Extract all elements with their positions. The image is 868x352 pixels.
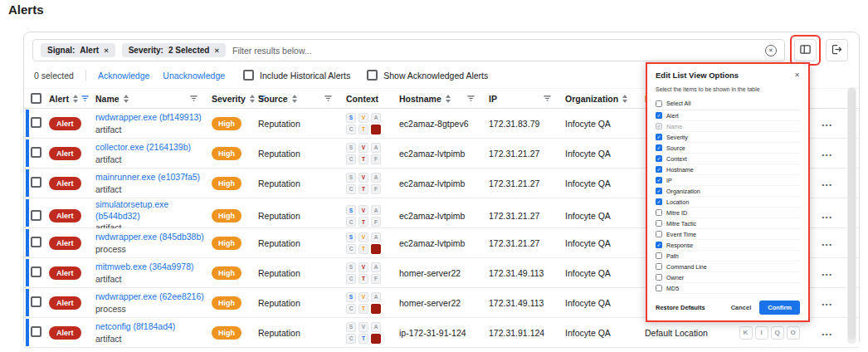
column-filter-icon[interactable]	[466, 94, 475, 103]
select-all-rows-checkbox[interactable]	[31, 93, 41, 104]
filter-chip-severity[interactable]: Severity:2 Selected×	[122, 43, 226, 57]
popup-checkbox-icon[interactable]	[656, 285, 662, 291]
active-filter-icon[interactable]	[80, 94, 90, 103]
response-button-k[interactable]: K	[739, 326, 753, 340]
more-options-icon[interactable]: •••	[822, 213, 833, 221]
popup-item-command-line[interactable]: Command Line	[656, 262, 800, 272]
popup-item-location[interactable]: ✓Location	[656, 197, 800, 208]
popup-checkbox-icon[interactable]: ✓	[656, 112, 662, 119]
alert-name-link[interactable]: rwdwrapper.exe (bf149913)	[95, 111, 208, 123]
name-cell: mainrunner.exe (e1037fa5)artifact	[95, 171, 212, 194]
sort-icon[interactable]	[250, 95, 255, 103]
popup-item-select-all[interactable]: Select All	[656, 97, 800, 110]
more-options-icon[interactable]: •••	[822, 121, 833, 129]
popup-item-md5[interactable]: MD5	[656, 283, 800, 294]
alert-name-link[interactable]: simulatorsetup.exe (b544bd32)	[95, 198, 208, 222]
column-filter-icon[interactable]	[324, 94, 333, 103]
response-button-q[interactable]: Q	[771, 326, 784, 340]
more-options-icon[interactable]: •••	[822, 151, 833, 159]
sort-icon[interactable]	[124, 95, 129, 103]
table-row[interactable]: Alertnetconfig (8f184ad4)artifactHighRep…	[24, 318, 859, 348]
popup-checkbox-icon[interactable]	[656, 263, 662, 270]
popup-item-mitre-tactic[interactable]: Mitre Tactic	[656, 218, 800, 229]
response-button-i[interactable]: I	[755, 326, 768, 340]
popup-checkbox-icon[interactable]	[656, 252, 662, 259]
more-options-icon[interactable]: •••	[822, 241, 833, 248]
sort-icon[interactable]	[622, 95, 627, 103]
show-acknowledged-alerts-checkbox[interactable]: Show Acknowledged Alerts	[367, 70, 488, 81]
scrollbar-thumb[interactable]	[848, 88, 856, 340]
sort-icon[interactable]	[292, 95, 297, 103]
row-checkbox[interactable]	[31, 210, 41, 221]
export-button[interactable]	[826, 39, 848, 61]
popup-item-source[interactable]: ✓Source	[656, 143, 800, 154]
toolbar-action-acknowledge[interactable]: Acknowledge	[98, 71, 149, 81]
popup-checkbox-icon[interactable]: ✓	[656, 144, 662, 151]
popup-item-severity[interactable]: ✓Severity	[656, 132, 800, 143]
cancel-button[interactable]: Cancel	[731, 304, 752, 311]
popup-item-ip[interactable]: ✓IP	[656, 175, 800, 186]
popup-item-response[interactable]: ✓Response	[656, 240, 800, 251]
checkbox-icon[interactable]	[367, 70, 378, 81]
alert-name-link[interactable]: rwdwrapper.exe (845db38b)	[95, 231, 208, 242]
popup-item-event-time[interactable]: Event Time	[656, 229, 800, 240]
column-filter-icon[interactable]	[189, 94, 198, 103]
alert-name-link[interactable]: mainrunner.exe (e1037fa5)	[95, 171, 208, 183]
row-checkbox[interactable]	[31, 117, 41, 128]
row-checkbox[interactable]	[31, 266, 41, 277]
more-options-icon[interactable]: •••	[822, 301, 833, 308]
popup-checkbox-icon[interactable]: ✓	[656, 166, 662, 173]
popup-checkbox-icon[interactable]	[656, 100, 662, 107]
popup-checkbox-icon[interactable]: ✓	[656, 188, 662, 194]
popup-checkbox-icon[interactable]	[656, 231, 662, 237]
alert-name-link[interactable]: netconfig (8f184ad4)	[95, 320, 208, 332]
context-badges: SVACT	[346, 292, 382, 314]
popup-checkbox-icon[interactable]: ✓	[656, 134, 662, 140]
restore-defaults-button[interactable]: Restore Defaults	[656, 304, 705, 311]
response-button-o[interactable]: O	[787, 326, 800, 340]
popup-checkbox-icon[interactable]: ✓	[656, 242, 662, 248]
row-checkbox[interactable]	[31, 237, 41, 247]
close-icon[interactable]: ✕	[794, 71, 800, 79]
sort-icon[interactable]	[73, 95, 78, 103]
confirm-button[interactable]: Confirm	[759, 301, 800, 315]
checkbox-icon[interactable]	[243, 70, 254, 81]
popup-item-context[interactable]: ✓Context	[656, 154, 800, 164]
popup-checkbox-icon[interactable]: ✓	[656, 155, 662, 162]
popup-item-hostname[interactable]: ✓Hostname	[656, 164, 800, 175]
remove-chip-icon[interactable]: ×	[104, 46, 109, 55]
table-scrollbar[interactable]	[847, 87, 856, 344]
popup-checkbox-icon[interactable]	[656, 209, 662, 216]
row-checkbox[interactable]	[31, 326, 41, 337]
popup-checkbox-icon[interactable]: ✓	[656, 177, 662, 183]
filter-chip-signal[interactable]: Signal:Alert×	[41, 43, 115, 57]
filter-input[interactable]: Signal:Alert×Severity:2 Selected× Filter…	[32, 39, 785, 61]
row-checkbox[interactable]	[31, 147, 41, 158]
popup-checkbox-icon[interactable]	[656, 274, 662, 281]
alert-name-link[interactable]: mitmweb.exe (364a9978)	[95, 261, 208, 272]
row-checkbox[interactable]	[31, 177, 41, 188]
context-badge-a: A	[371, 262, 381, 272]
sort-icon[interactable]	[446, 95, 451, 103]
popup-item-path[interactable]: Path	[656, 251, 800, 262]
more-options-icon[interactable]: •••	[822, 181, 833, 188]
context-cell: SVACT	[346, 322, 399, 344]
popup-item-owner[interactable]: Owner	[656, 272, 800, 283]
edit-columns-button[interactable]	[794, 39, 817, 61]
popup-checkbox-icon[interactable]	[656, 220, 662, 227]
alert-name-link[interactable]: rwdwrapper.exe (62ee8216)	[95, 291, 208, 302]
column-filter-icon[interactable]	[543, 94, 552, 103]
toolbar-action-unacknowledge[interactable]: Unacknowledge	[163, 71, 225, 81]
alert-name-link[interactable]: collector.exe (2164139b)	[95, 141, 208, 153]
clear-filters-icon[interactable]: ✕	[765, 45, 777, 56]
popup-item-mitre-id[interactable]: Mitre ID	[656, 208, 800, 218]
popup-item-alert[interactable]: ✓Alert	[656, 110, 800, 121]
popup-checkbox-icon[interactable]: ✓	[656, 123, 662, 130]
more-options-icon[interactable]: •••	[822, 330, 833, 338]
remove-chip-icon[interactable]: ×	[214, 46, 219, 55]
popup-item-organization[interactable]: ✓Organization	[656, 186, 800, 197]
popup-checkbox-icon[interactable]: ✓	[656, 198, 662, 205]
row-checkbox[interactable]	[31, 296, 41, 307]
include-historical-alerts-checkbox[interactable]: Include Historical Alerts	[243, 70, 350, 81]
more-options-icon[interactable]: •••	[822, 271, 833, 278]
